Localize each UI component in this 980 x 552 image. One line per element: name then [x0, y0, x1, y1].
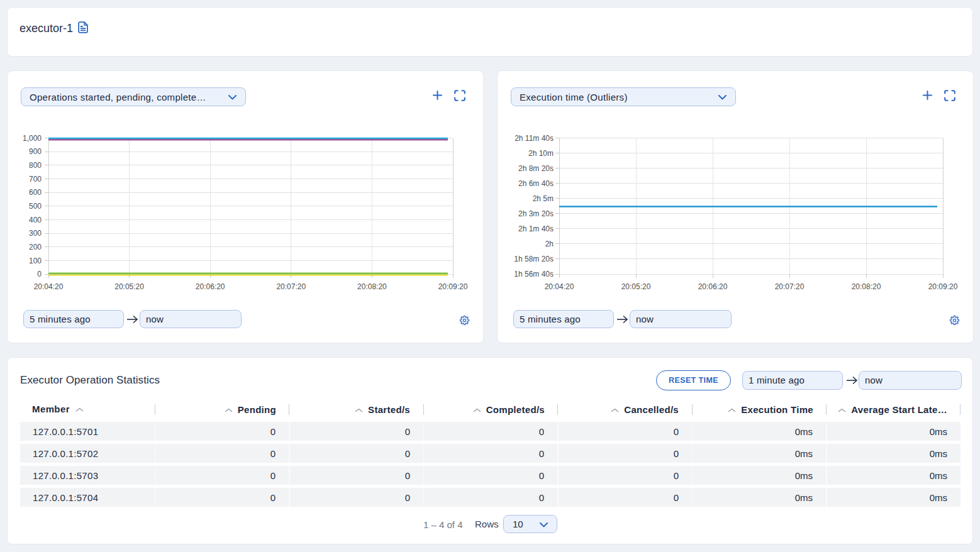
- svg-text:20:07:20: 20:07:20: [276, 282, 306, 291]
- svg-text:2h 10m: 2h 10m: [528, 149, 554, 158]
- svg-text:20:08:20: 20:08:20: [852, 282, 881, 291]
- svg-text:20:09:20: 20:09:20: [438, 282, 468, 291]
- svg-text:2h: 2h: [545, 240, 554, 248]
- svg-text:1h 58m 20s: 1h 58m 20s: [514, 255, 554, 263]
- svg-text:400: 400: [29, 216, 42, 224]
- svg-text:300: 300: [29, 229, 42, 238]
- svg-text:2h 1m 40s: 2h 1m 40s: [518, 224, 554, 233]
- svg-text:800: 800: [29, 161, 42, 170]
- svg-text:900: 900: [29, 147, 42, 156]
- svg-text:20:04:20: 20:04:20: [34, 282, 64, 291]
- svg-text:100: 100: [29, 257, 42, 265]
- svg-text:20:09:20: 20:09:20: [928, 282, 958, 291]
- svg-text:20:05:20: 20:05:20: [621, 282, 651, 291]
- svg-text:700: 700: [29, 175, 42, 184]
- svg-text:20:05:20: 20:05:20: [114, 282, 144, 291]
- svg-text:2h 8m 20s: 2h 8m 20s: [518, 164, 554, 173]
- svg-text:2h 11m 40s: 2h 11m 40s: [515, 134, 554, 143]
- svg-text:200: 200: [29, 243, 42, 251]
- svg-text:20:08:20: 20:08:20: [357, 282, 387, 291]
- svg-text:1h 56m 40s: 1h 56m 40s: [514, 270, 554, 279]
- svg-text:600: 600: [29, 188, 42, 197]
- svg-text:2h 3m 20s: 2h 3m 20s: [518, 209, 554, 218]
- svg-text:20:07:20: 20:07:20: [775, 282, 805, 291]
- svg-text:1,000: 1,000: [23, 134, 42, 143]
- svg-text:20:06:20: 20:06:20: [196, 282, 225, 291]
- svg-text:2h 6m 40s: 2h 6m 40s: [518, 179, 554, 188]
- svg-text:2h 5m: 2h 5m: [533, 194, 554, 203]
- svg-text:0: 0: [37, 270, 42, 279]
- svg-text:500: 500: [29, 202, 42, 211]
- svg-text:20:06:20: 20:06:20: [698, 282, 728, 291]
- svg-text:20:04:20: 20:04:20: [545, 282, 574, 291]
